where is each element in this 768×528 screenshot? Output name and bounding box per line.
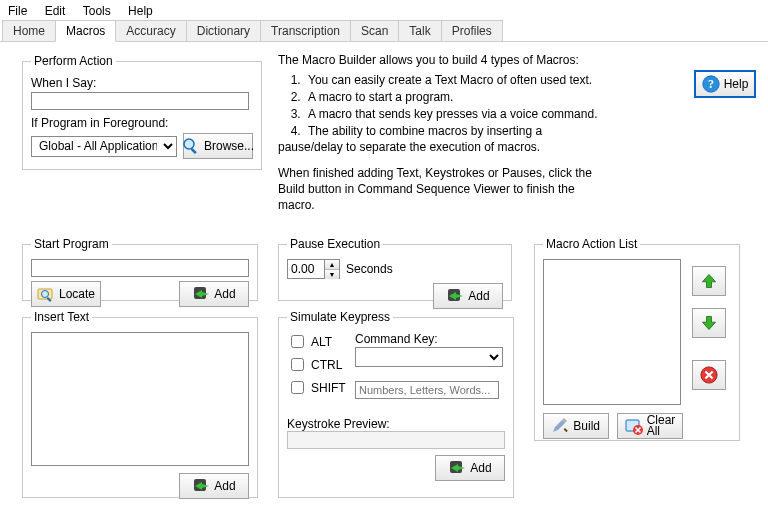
command-key-label: Command Key: xyxy=(355,332,505,346)
shift-checkbox[interactable] xyxy=(291,381,304,394)
keystroke-preview-output xyxy=(287,431,505,449)
move-up-button[interactable] xyxy=(692,266,726,296)
build-icon xyxy=(552,417,569,435)
insert-text-add-label: Add xyxy=(214,479,235,493)
start-program-legend: Start Program xyxy=(31,237,112,251)
pause-seconds-value[interactable] xyxy=(288,260,324,278)
insert-text-group: Insert Text Add xyxy=(22,310,258,498)
build-button-label: Build xyxy=(573,419,600,433)
menu-bar: File Edit Tools Help xyxy=(0,0,768,20)
tab-talk[interactable]: Talk xyxy=(398,20,441,41)
description-item-2: A macro to start a program. xyxy=(304,89,598,105)
macro-builder-description: The Macro Builder allows you to build 4 … xyxy=(278,52,598,213)
arrow-down-icon xyxy=(700,314,718,332)
delete-action-button[interactable] xyxy=(692,360,726,390)
svg-point-5 xyxy=(41,291,48,298)
clear-all-button-label: ClearAll xyxy=(647,415,676,437)
svg-marker-22 xyxy=(702,274,715,287)
svg-rect-19 xyxy=(563,428,567,432)
tab-dictionary[interactable]: Dictionary xyxy=(186,20,261,41)
clear-all-icon xyxy=(625,417,643,435)
description-finish-2: Build button in Command Sequence Viewer … xyxy=(278,181,598,213)
description-intro: The Macro Builder allows you to build 4 … xyxy=(278,52,598,68)
numbers-letters-words-input[interactable] xyxy=(355,381,499,399)
help-button-label: Help xyxy=(724,77,749,91)
description-finish-1: When finished adding Text, Keystrokes or… xyxy=(278,165,598,181)
start-program-group: Start Program Locate Add xyxy=(22,237,258,301)
svg-text:?: ? xyxy=(708,77,714,91)
tab-macros[interactable]: Macros xyxy=(55,20,116,42)
help-button[interactable]: ? Help xyxy=(694,70,756,98)
svg-marker-23 xyxy=(702,316,715,329)
simulate-keypress-group: Simulate Keypress ALT CTRL SHIFT Command… xyxy=(278,310,514,498)
locate-button[interactable]: Locate xyxy=(31,281,101,307)
move-down-button[interactable] xyxy=(692,308,726,338)
macro-action-list-legend: Macro Action List xyxy=(543,237,640,251)
command-key-select[interactable] xyxy=(355,347,503,367)
description-item-3: A macro that sends key presses via a voi… xyxy=(304,106,598,122)
simulate-keypress-legend: Simulate Keypress xyxy=(287,310,393,324)
add-icon xyxy=(192,477,210,495)
ctrl-label: CTRL xyxy=(311,358,342,372)
add-icon xyxy=(446,287,464,305)
description-item-1: You can easily create a Text Macro of of… xyxy=(304,72,598,88)
build-button[interactable]: Build xyxy=(543,413,609,439)
tab-profiles[interactable]: Profiles xyxy=(441,20,503,41)
shift-label: SHIFT xyxy=(311,381,346,395)
program-foreground-select[interactable]: Global - All Applications xyxy=(31,136,177,157)
pause-add-button[interactable]: Add xyxy=(433,283,503,309)
keypress-add-button[interactable]: Add xyxy=(435,455,505,481)
alt-checkbox[interactable] xyxy=(291,335,304,348)
help-icon: ? xyxy=(702,75,720,93)
perform-action-legend: Perform Action xyxy=(31,54,116,68)
description-after-list: pause/delay to separate the execution of… xyxy=(278,139,598,155)
locate-button-label: Locate xyxy=(59,287,95,301)
locate-icon xyxy=(37,285,55,303)
svg-point-2 xyxy=(184,139,194,149)
pause-execution-group: Pause Execution ▲ ▼ Seconds Add xyxy=(278,237,512,301)
insert-text-legend: Insert Text xyxy=(31,310,92,324)
keypress-add-label: Add xyxy=(470,461,491,475)
arrow-up-icon xyxy=(700,272,718,290)
spinner-up[interactable]: ▲ xyxy=(325,260,339,270)
description-item-4: The ability to combine macros by inserti… xyxy=(304,123,598,139)
browse-icon xyxy=(182,137,200,155)
menu-help[interactable]: Help xyxy=(124,2,163,20)
insert-text-add-button[interactable]: Add xyxy=(179,473,249,499)
program-foreground-label: If Program in Foreground: xyxy=(31,116,253,130)
pause-seconds-spinner[interactable]: ▲ ▼ xyxy=(287,259,340,279)
spinner-down[interactable]: ▼ xyxy=(325,270,339,279)
ctrl-checkbox-row[interactable]: CTRL xyxy=(287,355,345,374)
alt-checkbox-row[interactable]: ALT xyxy=(287,332,345,351)
menu-edit[interactable]: Edit xyxy=(41,2,76,20)
tab-home[interactable]: Home xyxy=(2,20,56,41)
tab-strip: Home Macros Accuracy Dictionary Transcri… xyxy=(0,20,768,42)
tab-scan[interactable]: Scan xyxy=(350,20,399,41)
tab-transcription[interactable]: Transcription xyxy=(260,20,351,41)
pause-execution-legend: Pause Execution xyxy=(287,237,383,251)
shift-checkbox-row[interactable]: SHIFT xyxy=(287,378,345,397)
menu-file[interactable]: File xyxy=(4,2,37,20)
add-icon xyxy=(192,285,210,303)
menu-tools[interactable]: Tools xyxy=(79,2,121,20)
add-icon xyxy=(448,459,466,477)
macro-action-listbox[interactable] xyxy=(543,259,681,405)
pause-seconds-label: Seconds xyxy=(346,262,393,276)
ctrl-checkbox[interactable] xyxy=(291,358,304,371)
keystroke-preview-label: Keystroke Preview: xyxy=(287,417,505,431)
when-i-say-input[interactable] xyxy=(31,92,249,110)
start-program-path-input[interactable] xyxy=(31,259,249,277)
workspace: The Macro Builder allows you to build 4 … xyxy=(0,42,768,528)
insert-text-area[interactable] xyxy=(31,332,249,466)
delete-icon xyxy=(700,366,718,384)
browse-button-label: Browse... xyxy=(204,139,254,153)
when-i-say-label: When I Say: xyxy=(31,76,253,90)
tab-accuracy[interactable]: Accuracy xyxy=(115,20,186,41)
perform-action-group: Perform Action When I Say: If Program in… xyxy=(22,54,262,170)
action-list-side-buttons xyxy=(692,266,726,390)
browse-button[interactable]: Browse... xyxy=(183,133,253,159)
start-program-add-button[interactable]: Add xyxy=(179,281,249,307)
clear-all-button[interactable]: ClearAll xyxy=(617,413,683,439)
pause-add-label: Add xyxy=(468,289,489,303)
start-program-add-label: Add xyxy=(214,287,235,301)
